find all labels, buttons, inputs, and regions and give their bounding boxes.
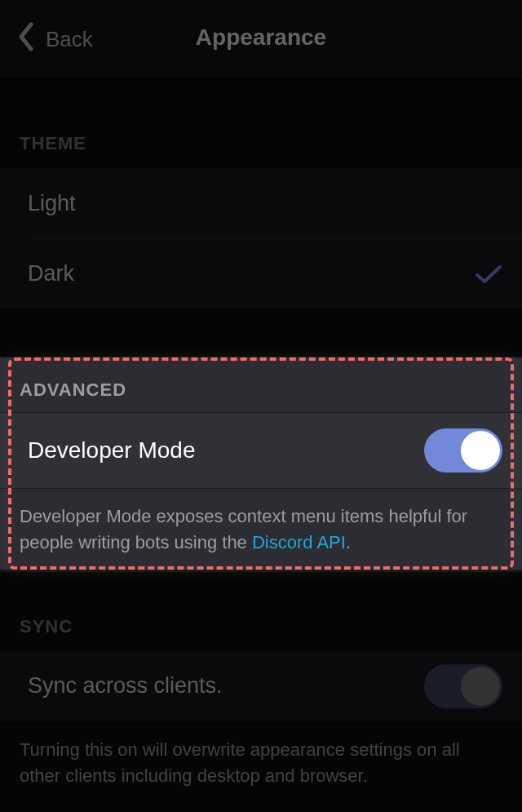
theme-dark-label: Dark	[28, 261, 74, 286]
dev-desc-post: .	[346, 532, 351, 552]
developer-mode-row[interactable]: Developer Mode	[0, 412, 522, 489]
developer-mode-description: Developer Mode exposes context menu item…	[0, 489, 522, 572]
discord-api-link[interactable]: Discord API	[252, 532, 346, 552]
developer-mode-toggle[interactable]	[424, 428, 502, 473]
spacer	[0, 309, 522, 357]
dev-desc-pre: Developer Mode exposes context menu item…	[20, 506, 467, 552]
sync-label: Sync across clients.	[28, 673, 223, 699]
theme-option-light[interactable]: Light	[0, 168, 522, 238]
page-title: Appearance	[0, 24, 522, 51]
sync-description: Turning this on will overwrite appearanc…	[0, 722, 522, 805]
theme-light-label: Light	[28, 191, 76, 216]
section-header-theme: THEME	[0, 79, 522, 167]
developer-mode-label: Developer Mode	[28, 437, 195, 464]
toggle-knob	[461, 431, 500, 470]
theme-group: Light Dark	[0, 167, 522, 309]
header: Back Appearance	[0, 0, 522, 79]
sync-group: Sync across clients.	[0, 650, 522, 722]
section-header-advanced: ADVANCED	[0, 357, 522, 412]
sync-row[interactable]: Sync across clients.	[0, 651, 522, 721]
section-header-sync: SYNC	[0, 572, 522, 650]
advanced-section: ADVANCED Developer Mode Developer Mode e…	[0, 357, 522, 572]
theme-option-dark[interactable]: Dark	[28, 238, 522, 308]
toggle-knob	[461, 667, 500, 706]
checkmark-icon	[475, 264, 502, 285]
sync-toggle[interactable]	[424, 664, 502, 708]
